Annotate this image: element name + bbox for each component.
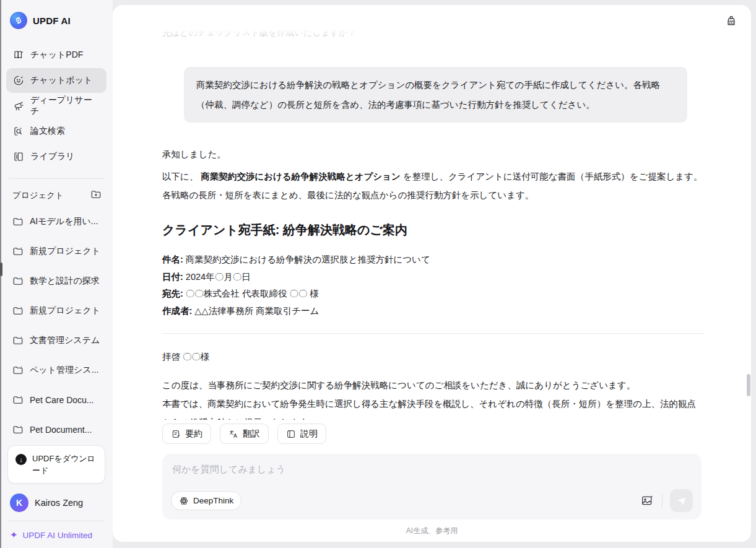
sidebar-item-label: 論文検索 bbox=[30, 126, 65, 137]
attach-image-button[interactable] bbox=[641, 494, 654, 508]
upgrade-label: UPDF AI Unlimited bbox=[23, 531, 93, 540]
project-label: Pet Document... bbox=[30, 425, 92, 435]
summarize-icon bbox=[171, 429, 181, 439]
letter-paragraph-2: 本書では、商業契約において紛争発生時に選択し得る主な解決手段を概説し、それぞれの… bbox=[162, 394, 705, 420]
sidebar-item-paper-search[interactable]: 論文検索 bbox=[6, 119, 106, 144]
meta-date: 日付: 2024年〇月〇日 bbox=[162, 269, 705, 286]
translate-button[interactable]: 翻訳 bbox=[220, 424, 269, 444]
user-name: Kairos Zeng bbox=[35, 498, 83, 508]
megaphone-icon bbox=[12, 100, 24, 112]
send-button[interactable] bbox=[670, 489, 693, 512]
main-area: 先ほどのチェックリスト版を作成いたしますか？ 商業契約交渉における紛争解決の戦略… bbox=[113, 0, 756, 548]
ai-disclaimer: AI生成、参考用 bbox=[162, 520, 702, 542]
project-item[interactable]: ペット管理シス... bbox=[6, 355, 106, 385]
sidebar-item-label: チャットポット bbox=[30, 75, 92, 86]
project-label: 文書管理システム bbox=[30, 335, 100, 346]
sidebar-item-library[interactable]: ライブラリ bbox=[6, 144, 106, 169]
letter-heading: クライアント宛手紙: 紛争解決戦略のご案内 bbox=[162, 220, 705, 239]
updf-logo-icon bbox=[10, 12, 27, 29]
translate-icon bbox=[228, 429, 238, 439]
sidebar-item-chatbot[interactable]: チャットポット bbox=[6, 68, 106, 93]
deepthink-toggle[interactable]: DeepThink bbox=[171, 491, 241, 510]
projects-list: AIモデルを用い... 新規プロジェクト 数学と設計の探求 新規プロジェクト 文… bbox=[0, 204, 113, 439]
sidebar-item-chat-pdf[interactable]: チャットPDF bbox=[6, 43, 106, 67]
atom-icon bbox=[179, 496, 189, 506]
folder-icon bbox=[12, 424, 24, 435]
folder-icon bbox=[12, 246, 24, 257]
folder-icon bbox=[12, 276, 24, 287]
input-toolbar: DeepThink bbox=[171, 489, 693, 512]
explain-button[interactable]: 説明 bbox=[277, 424, 326, 444]
previous-message-clipped: 先ほどのチェックリスト版を作成いたしますか？ bbox=[162, 30, 705, 40]
deepthink-label: DeepThink bbox=[193, 496, 233, 505]
folder-icon bbox=[12, 365, 24, 376]
document-search-icon bbox=[12, 126, 24, 137]
folder-icon bbox=[12, 394, 24, 406]
folder-icon bbox=[12, 216, 24, 227]
project-label: ペット管理シス... bbox=[30, 365, 98, 376]
project-item[interactable]: 数学と設計の探求 bbox=[6, 266, 106, 296]
chat-messages[interactable]: 先ほどのチェックリスト版を作成いたしますか？ 商業契約交渉における紛争解決の戦略… bbox=[113, 5, 751, 420]
sidebar-item-label: ライブラリ bbox=[30, 151, 75, 162]
explain-icon bbox=[286, 429, 296, 439]
chatbot-icon bbox=[12, 75, 24, 87]
input-right-tools bbox=[641, 489, 693, 512]
chat-pdf-icon bbox=[12, 50, 24, 61]
toolbar-separator bbox=[662, 495, 663, 507]
composer-area: 要約 翻訳 説明 何かを質問してみましょう DeepThink bbox=[113, 420, 751, 542]
project-item[interactable]: Pet Care Docu... bbox=[6, 385, 106, 415]
clear-chat-button[interactable] bbox=[725, 15, 739, 28]
sidebar-item-label: ディープリサーチ bbox=[30, 95, 100, 117]
meta-subject: 件名: 商業契約交渉における紛争解決の選択肢と推奨方針について bbox=[162, 251, 705, 269]
projects-header-label: プロジェクト bbox=[12, 190, 64, 201]
send-icon bbox=[676, 495, 687, 507]
ai-message: 承知しました。 以下に、 商業契約交渉における紛争解決戦略とオプション を整理し… bbox=[162, 145, 705, 420]
project-label: AIモデルを用い... bbox=[30, 216, 98, 227]
project-label: Pet Care Docu... bbox=[30, 395, 94, 405]
new-project-icon[interactable] bbox=[90, 189, 102, 202]
sparkle-icon: ✦ bbox=[10, 529, 18, 541]
download-icon: ↓ bbox=[15, 454, 27, 465]
scrollbar-thumb[interactable] bbox=[747, 374, 750, 396]
project-label: 数学と設計の探求 bbox=[30, 276, 100, 287]
project-item[interactable]: Pet Document... bbox=[6, 415, 106, 439]
message-divider bbox=[162, 333, 705, 334]
ai-intro-bold: 商業契約交渉における紛争解決戦略とオプション bbox=[201, 172, 400, 181]
meta-recipient: 宛先: 〇〇株式会社 代表取締役 〇〇 様 bbox=[162, 285, 705, 303]
avatar: K bbox=[10, 494, 28, 512]
letter-greeting: 拝啓 〇〇様 bbox=[162, 347, 705, 366]
folder-icon bbox=[12, 335, 24, 346]
project-item[interactable]: AIモデルを用い... bbox=[6, 207, 106, 237]
broom-icon bbox=[725, 15, 737, 27]
upgrade-unlimited-link[interactable]: ✦ UPDF AI Unlimited bbox=[0, 521, 113, 542]
project-item[interactable]: 新規プロジェクト bbox=[6, 296, 106, 326]
project-label: 新規プロジェクト bbox=[30, 246, 100, 257]
summarize-button[interactable]: 要約 bbox=[162, 424, 211, 444]
brand: UPDF AI bbox=[0, 0, 113, 38]
download-updf-button[interactable]: ↓ UPDFをダウンロード bbox=[7, 445, 105, 484]
letter-paragraph-1: この度は、当事務所にご契約交渉に関する紛争解決戦略についてのご相談をいただき、誠… bbox=[162, 376, 705, 394]
sidebar-resize-handle[interactable] bbox=[0, 263, 2, 276]
download-label: UPDFをダウンロード bbox=[32, 453, 97, 476]
sidebar-item-label: チャットPDF bbox=[30, 50, 83, 61]
user-message: 商業契約交渉における紛争解決の戦略とオプションの概要をクライアント宛ての手紙に作… bbox=[184, 67, 687, 123]
sidebar: UPDF AI チャットPDF チャットポット ディープリサーチ 論文検索 bbox=[0, 0, 113, 548]
projects-header: プロジェクト bbox=[0, 179, 113, 204]
project-item[interactable]: 文書管理システム bbox=[6, 326, 106, 355]
library-icon bbox=[12, 151, 24, 163]
user-account[interactable]: K Kairos Zeng bbox=[0, 484, 113, 521]
meta-author: 作成者: △△法律事務所 商業取引チーム bbox=[162, 303, 705, 320]
project-label: 新規プロジェクト bbox=[30, 305, 100, 316]
brand-title: UPDF AI bbox=[33, 15, 71, 26]
folder-icon bbox=[12, 305, 24, 316]
image-plus-icon bbox=[641, 494, 654, 507]
ai-ack: 承知しました。 bbox=[162, 145, 705, 163]
quick-actions: 要約 翻訳 説明 bbox=[162, 424, 702, 444]
chat-panel: 先ほどのチェックリスト版を作成いたしますか？ 商業契約交渉における紛争解決の戦略… bbox=[113, 5, 751, 542]
chat-input[interactable]: 何かを質問してみましょう DeepThink bbox=[162, 454, 702, 520]
ai-intro: 以下に、 商業契約交渉における紛争解決戦略とオプション を整理し、クライアントに… bbox=[162, 167, 705, 204]
project-item[interactable]: 新規プロジェクト bbox=[6, 237, 106, 266]
sidebar-item-deep-research[interactable]: ディープリサーチ bbox=[6, 94, 106, 118]
chat-input-placeholder: 何かを質問してみましょう bbox=[172, 464, 692, 476]
sidebar-nav: チャットPDF チャットポット ディープリサーチ 論文検索 ライブラリ bbox=[0, 38, 113, 170]
